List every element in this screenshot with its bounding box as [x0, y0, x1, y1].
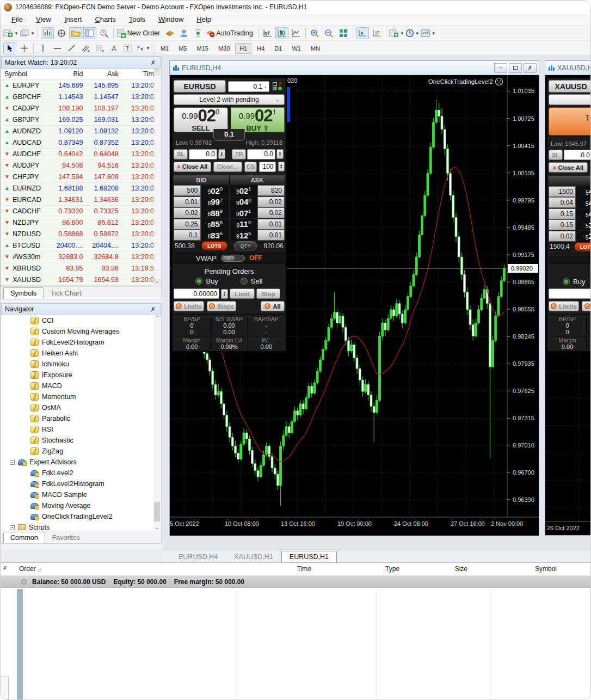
label-tool-button[interactable]: T — [121, 42, 134, 54]
ladder-row[interactable]: 0.25885691180.01 — [174, 219, 285, 230]
navigator-item-fdklevel2histogram[interactable]: ƒFdkLevel2Histogram — [1, 337, 153, 348]
crosshair-tool-button[interactable] — [17, 42, 30, 54]
new-chart-button[interactable]: ▼ — [3, 27, 19, 39]
zoom-out-button[interactable] — [323, 27, 336, 39]
vwap-toggle[interactable]: ||| — [221, 255, 245, 262]
market-watch-row-EURCAD[interactable]: ▼EURCAD1.346311.3463613:20:01 — [1, 194, 161, 206]
timeframe-m1[interactable]: M1 — [156, 43, 173, 54]
timeframe-d1[interactable]: D1 — [270, 43, 286, 54]
market-watch-row-GBPCHF[interactable]: ▲GBPCHF1.145431.1454713:20:01 — [1, 91, 161, 103]
lot-size-tab[interactable]: 0.1 — [213, 129, 245, 141]
menu-tools[interactable]: Tools — [122, 14, 152, 25]
template-button[interactable]: ▼ — [421, 27, 436, 39]
chart-tab-eurusd-h4[interactable]: EURUSD,H4 — [170, 551, 226, 562]
fibonacci-tool-button[interactable]: F — [93, 42, 106, 54]
symbol-column-header[interactable]: Symbol — [535, 565, 557, 573]
pending-buy-radio[interactable] — [195, 278, 202, 285]
lots-toggle-button[interactable]: LOTS — [201, 241, 227, 250]
timeframe-h4[interactable]: H4 — [253, 43, 269, 54]
candlestick-chart[interactable]: 26 Oct 2022 — [545, 355, 591, 536]
chart-window-titlebar[interactable]: EURUSD,H4 ─ ✗ — [170, 61, 539, 75]
ladder-row[interactable]: 0.1553. — [549, 219, 591, 230]
scroll-up-icon[interactable]: ⌃ — [153, 69, 161, 76]
expand-icon[interactable]: + — [10, 525, 15, 530]
dock-icon[interactable] — [273, 87, 277, 90]
time-column-header[interactable]: Time — [297, 565, 311, 573]
ladder-row[interactable]: 0.0252. — [549, 231, 591, 242]
close-partial-button[interactable]: Close... — [213, 162, 242, 172]
lots-toggle-button[interactable]: LOT — [574, 242, 591, 251]
market-watch-row-NZDJPY[interactable]: ▼NZDJPY86.60086.61213:20:01 — [1, 217, 161, 229]
column-header-ask[interactable]: Ask — [86, 70, 121, 78]
symbol-button[interactable]: EURUSD — [174, 80, 226, 93]
menu-insert[interactable]: Insert — [58, 14, 89, 25]
close-panel-icon[interactable]: ✗ — [278, 82, 282, 86]
mode-select[interactable]: Level 2 with pending⌄ — [174, 94, 285, 105]
minimize-button[interactable]: ─ — [494, 63, 507, 73]
delete-all-button[interactable]: All — [261, 301, 285, 311]
autotrading-button[interactable]: AutoTrading — [206, 27, 255, 39]
tile-windows-button[interactable] — [337, 27, 350, 39]
market-watch-row-GBPJPY[interactable]: ▲GBPJPY169.025169.03113:20:02 — [1, 114, 161, 126]
navigator-item-heiken-ashi[interactable]: ƒHeiken Ashi — [1, 348, 153, 359]
ladder-row[interactable]: 0.1554. — [549, 208, 591, 219]
delete-limits-button[interactable]: Limits — [174, 301, 204, 311]
line-chart-button[interactable] — [290, 27, 303, 39]
column-header-bid[interactable]: Bid — [51, 70, 86, 78]
type-column-header[interactable]: Type — [385, 565, 399, 573]
navigator-item-ichimoku[interactable]: ƒIchimoku — [1, 359, 153, 370]
timeframe-m5[interactable]: M5 — [174, 43, 191, 54]
pending-price-stepper[interactable]: ▲▼ — [221, 289, 228, 299]
navigator-item-stochastic[interactable]: ƒStochastic — [1, 435, 153, 446]
mode-select[interactable]: Level 2 — [549, 94, 591, 105]
symbol-button[interactable]: XAUUSD — [549, 80, 591, 93]
navigator-item-fdklevel2histogram[interactable]: FdkLevel2Histogram — [1, 478, 153, 489]
navigator-button[interactable] — [69, 27, 82, 39]
market-watch-row-BTCUSD[interactable]: ▲BTCUSD20400....20404....13:20:00 — [1, 240, 161, 251]
navigator-item-momentum[interactable]: ƒMomentum — [1, 391, 153, 402]
column-header-sym[interactable]: Symbol — [1, 70, 51, 78]
ladder-row[interactable]: 50090209021820 — [174, 185, 285, 196]
ladder-row[interactable]: 0.01899790400.02 — [174, 197, 285, 207]
tp-button[interactable]: TP — [232, 149, 246, 159]
sl-input[interactable]: 0.0 — [564, 150, 591, 160]
cursor-tool-button[interactable] — [3, 42, 16, 54]
navigator-item-parabolic[interactable]: ƒParabolic — [1, 413, 153, 424]
text-tool-button[interactable]: A — [107, 42, 120, 54]
sl-input[interactable]: 0.0 — [189, 149, 217, 159]
timeframe-m30[interactable]: M30 — [214, 43, 234, 54]
navigator-item-osma[interactable]: ƒOsMA — [1, 402, 153, 413]
menu-charts[interactable]: Charts — [88, 14, 122, 25]
navigator-item-rsi[interactable]: ƒRSI — [1, 424, 153, 435]
stop-button[interactable]: Stop — [256, 288, 280, 299]
ladder-row[interactable]: 0.0454. — [549, 197, 591, 208]
add-indicator-button[interactable]: ▼ — [389, 27, 404, 39]
order-column-header[interactable]: Order ◿ — [19, 565, 41, 573]
market-watch-row-AUDCAD[interactable]: ▲AUDCAD0.873490.8735213:20:01 — [1, 137, 161, 149]
channel-tool-button[interactable]: E — [79, 42, 92, 54]
market-watch-row-NZDUSD[interactable]: ▼NZDUSD0.588680.5887213:20:02 — [1, 229, 161, 240]
navigator-item-oneclicktradinglevel2[interactable]: OneClickTradingLevel2 — [1, 511, 153, 522]
menu-view[interactable]: View — [29, 14, 58, 25]
size-column-header[interactable]: Size — [455, 565, 467, 573]
market-watch-row-CADCHF[interactable]: ▼CADCHF0.733200.7332513:20:01 — [1, 206, 161, 217]
delete-limits-button[interactable]: Limits — [549, 301, 579, 311]
candlestick-chart-button[interactable] — [275, 27, 288, 39]
period-button[interactable]: ▼ — [405, 27, 420, 39]
pending-sell-radio[interactable] — [241, 278, 248, 285]
navigator-item-fdklevel2[interactable]: FdkLevel2 — [1, 468, 153, 478]
tp-stepper[interactable]: ▲▼ — [276, 149, 284, 159]
cs-stepper[interactable]: ▲▼ — [278, 162, 285, 171]
navigator-item-cci[interactable]: ƒCCI — [1, 315, 153, 326]
market-watch-row-AUDNZD[interactable]: ▲AUDNZD1.091201.0913213:20:02 — [1, 126, 161, 137]
navigator-item-zigzag[interactable]: ƒZigZag — [1, 446, 153, 457]
tab-common[interactable]: Common — [3, 532, 45, 543]
terminal-button[interactable] — [83, 27, 96, 39]
navigator-item-iexposure[interactable]: ƒiExposure — [1, 370, 153, 380]
cs-button[interactable]: CS — [244, 162, 257, 172]
chart-tab-eurusd-h1[interactable]: EURUSD,H1 — [281, 551, 337, 562]
menu-help[interactable]: Help — [190, 14, 218, 25]
timeframe-h1[interactable]: H1 — [235, 43, 251, 54]
close-icon[interactable]: ✗ — [149, 59, 157, 66]
news-icon[interactable] — [163, 27, 176, 39]
